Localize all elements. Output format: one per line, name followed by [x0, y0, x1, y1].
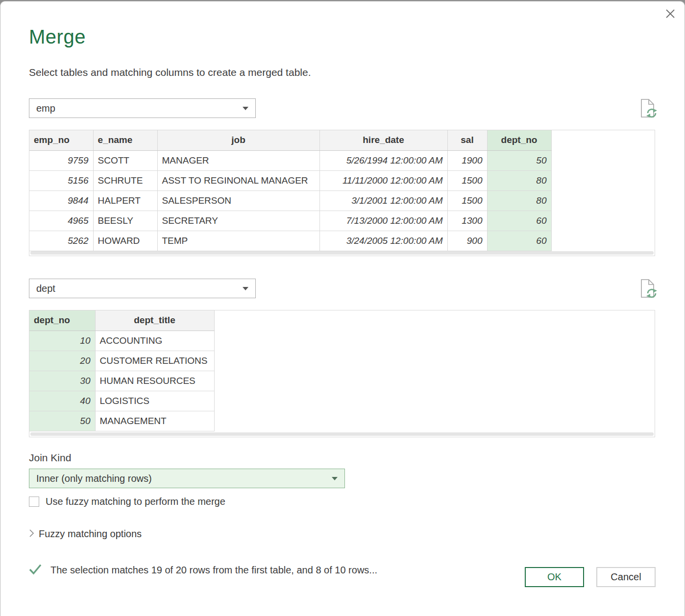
cell-dept-no: 40 [29, 391, 95, 411]
cell-dept-no: 30 [29, 371, 95, 391]
dept-table: dept_no dept_title 10 ACCOUNTING 20 CUST… [29, 310, 215, 431]
cell-job: TEMP [157, 231, 319, 251]
first-table-dropdown-value: emp [36, 103, 243, 114]
cell-e-name: HOWARD [93, 231, 157, 251]
refresh-preview-button-second[interactable] [637, 278, 658, 301]
join-kind-label: Join Kind [29, 452, 71, 464]
fuzzy-matching-options-label: Fuzzy matching options [39, 528, 142, 540]
table-row: 9844 HALPERT SALESPERSON 3/1/2001 12:00:… [29, 190, 551, 211]
fuzzy-matching-options-expander[interactable]: Fuzzy matching options [29, 528, 142, 540]
cell-emp-no: 5156 [29, 170, 93, 190]
cell-job: MANAGER [157, 150, 319, 170]
cell-dept-no: 80 [487, 190, 551, 211]
table-row: 20 CUSTOMER RELATIONS [29, 351, 214, 371]
cell-e-name: BEESLY [93, 211, 157, 231]
first-table-preview: emp_no e_name job hire_date sal dept_no … [29, 130, 655, 256]
table-row: 5262 HOWARD TEMP 3/24/2005 12:00:00 AM 9… [29, 231, 551, 251]
table-row: 4965 BEESLY SECRETARY 7/13/2000 12:00:00… [29, 211, 551, 231]
checkmark-icon [29, 564, 42, 577]
cell-e-name: SCHRUTE [93, 170, 157, 190]
table-row: 10 ACCOUNTING [29, 331, 214, 351]
second-table-dropdown[interactable]: dept [29, 279, 256, 298]
column-header-dept-no-selected[interactable]: dept_no [487, 130, 551, 150]
cell-hire-date: 7/13/2000 12:00:00 AM [319, 211, 447, 231]
horizontal-scrollbar[interactable] [30, 251, 654, 255]
cell-dept-no: 50 [487, 150, 551, 170]
join-kind-dropdown-value: Inner (only matching rows) [36, 473, 332, 484]
ok-button[interactable]: OK [525, 567, 584, 587]
fuzzy-matching-checkbox[interactable] [29, 497, 39, 507]
cell-emp-no: 5262 [29, 231, 93, 251]
fuzzy-matching-checkbox-label: Use fuzzy matching to perform the merge [46, 496, 225, 507]
cell-emp-no: 9844 [29, 190, 93, 211]
cell-hire-date: 3/24/2005 12:00:00 AM [319, 231, 447, 251]
cell-e-name: SCOTT [93, 150, 157, 170]
cell-sal: 1300 [447, 211, 487, 231]
table-row: 5156 SCHRUTE ASST TO REGINONAL MANAGER 1… [29, 170, 551, 190]
table-row: 40 LOGISTICS [29, 391, 214, 411]
cell-job: SECRETARY [157, 211, 319, 231]
column-header-hire-date[interactable]: hire_date [319, 130, 447, 150]
cell-dept-title: MANAGEMENT [95, 411, 214, 431]
emp-header-row: emp_no e_name job hire_date sal dept_no [29, 130, 551, 150]
close-icon [664, 7, 677, 22]
document-refresh-icon [637, 294, 658, 303]
emp-table: emp_no e_name job hire_date sal dept_no … [29, 130, 552, 251]
cell-hire-date: 3/1/2001 12:00:00 AM [319, 190, 447, 211]
cell-emp-no: 9759 [29, 150, 93, 170]
cell-dept-no: 20 [29, 351, 95, 371]
cancel-button[interactable]: Cancel [596, 567, 656, 587]
cell-dept-title: LOGISTICS [95, 391, 214, 411]
cell-e-name: HALPERT [93, 190, 157, 211]
cell-dept-no: 80 [487, 170, 551, 190]
first-table-dropdown[interactable]: emp [29, 98, 256, 118]
cell-emp-no: 4965 [29, 211, 93, 231]
match-status: The selection matches 19 of 20 rows from… [29, 564, 377, 577]
column-header-dept-no-selected[interactable]: dept_no [29, 310, 95, 331]
refresh-preview-button-first[interactable] [637, 97, 658, 121]
table-row: 50 MANAGEMENT [29, 411, 214, 431]
chevron-down-icon [243, 287, 248, 290]
cell-sal: 1900 [447, 150, 487, 170]
table-row: 9759 SCOTT MANAGER 5/26/1994 12:00:00 AM… [29, 150, 551, 170]
fuzzy-matching-checkbox-row[interactable]: Use fuzzy matching to perform the merge [29, 496, 225, 507]
cell-dept-title: CUSTOMER RELATIONS [95, 351, 214, 371]
cell-sal: 1500 [447, 170, 487, 190]
match-status-text: The selection matches 19 of 20 rows from… [50, 565, 377, 576]
column-header-emp-no[interactable]: emp_no [29, 130, 93, 150]
table-row: 30 HUMAN RESOURCES [29, 371, 214, 391]
second-table-preview: dept_no dept_title 10 ACCOUNTING 20 CUST… [29, 310, 655, 437]
cell-dept-no: 10 [29, 331, 95, 351]
dialog-subtitle: Select tables and matching columns to cr… [29, 67, 311, 78]
column-header-job[interactable]: job [157, 130, 319, 150]
column-header-sal[interactable]: sal [447, 130, 487, 150]
chevron-right-icon [29, 529, 34, 540]
join-kind-dropdown[interactable]: Inner (only matching rows) [29, 469, 345, 488]
column-header-e-name[interactable]: e_name [93, 130, 157, 150]
cell-sal: 900 [447, 231, 487, 251]
document-refresh-icon [637, 114, 658, 122]
horizontal-scrollbar[interactable] [30, 432, 654, 436]
cell-dept-no: 60 [487, 211, 551, 231]
dept-header-row: dept_no dept_title [29, 310, 214, 331]
merge-dialog: Merge Select tables and matching columns… [0, 1, 685, 616]
close-button[interactable] [663, 7, 678, 22]
second-table-dropdown-value: dept [36, 283, 243, 294]
cell-job: SALESPERSON [157, 190, 319, 211]
cell-sal: 1500 [447, 190, 487, 211]
chevron-down-icon [332, 477, 338, 480]
cell-dept-title: ACCOUNTING [95, 331, 214, 351]
cell-hire-date: 11/11/2000 12:00:00 AM [319, 170, 447, 190]
column-header-dept-title[interactable]: dept_title [95, 310, 214, 331]
cell-dept-no: 60 [487, 231, 551, 251]
cell-dept-no: 50 [29, 411, 95, 431]
chevron-down-icon [243, 107, 248, 110]
cell-job: ASST TO REGINONAL MANAGER [157, 170, 319, 190]
page-title: Merge [29, 26, 86, 48]
cell-dept-title: HUMAN RESOURCES [95, 371, 214, 391]
cell-hire-date: 5/26/1994 12:00:00 AM [319, 150, 447, 170]
